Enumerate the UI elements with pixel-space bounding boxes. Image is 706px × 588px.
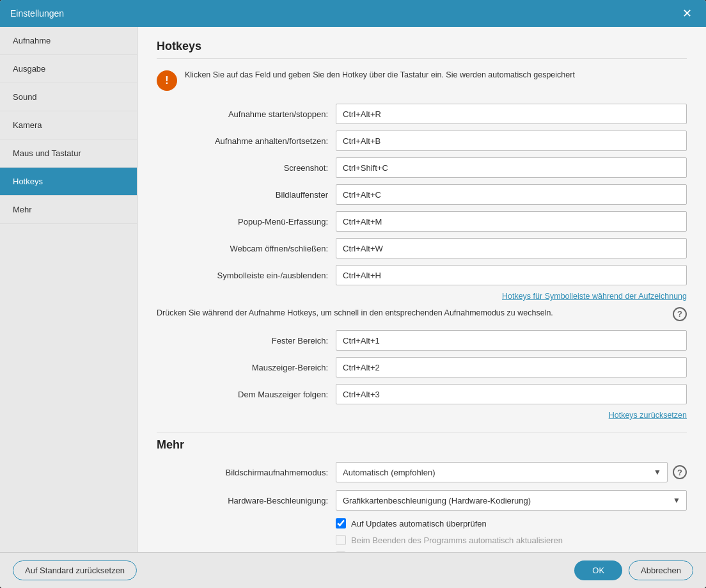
- hotkey-input-follow-mouse[interactable]: [336, 384, 687, 404]
- checkbox-updates-label: Auf Updates automatisch überprüfen: [351, 519, 487, 528]
- mehr-title: Mehr: [157, 433, 687, 452]
- cancel-button[interactable]: Abbrechen: [629, 560, 693, 580]
- info-box: ! Klicken Sie auf das Feld und geben Sie…: [157, 69, 687, 91]
- help-icon[interactable]: ?: [673, 307, 687, 321]
- reset-hotkeys-link[interactable]: Hotkeys zurücksetzen: [157, 411, 687, 420]
- hotkey-input-mouse-area[interactable]: [336, 357, 687, 377]
- sidebar: Aufnahme Ausgabe Sound Kamera Maus und T…: [0, 27, 137, 552]
- hotkey-label-fixed: Fester Bereich:: [157, 336, 336, 346]
- ok-button[interactable]: OK: [574, 560, 622, 580]
- hotkey-label-webcam: Webcam öffnen/schließen:: [157, 244, 336, 253]
- footer: Auf Standard zurücksetzen OK Abbrechen: [0, 552, 706, 588]
- hotkey-row-start-stop: Aufnahme starten/stoppen:: [157, 104, 687, 124]
- hotkey-input-scroll[interactable]: [336, 184, 687, 205]
- hardware-row: Hardware-Beschleunigung: Grafikkartenbes…: [157, 490, 687, 511]
- checkbox-auto-update[interactable]: [336, 535, 346, 545]
- title-bar: Einstellungen ✕: [0, 0, 706, 27]
- sidebar-item-aufnahme[interactable]: Aufnahme: [0, 27, 137, 55]
- hotkey-row-toolbar: Symbolleiste ein-/ausblenden:: [157, 265, 687, 285]
- bildschirm-row: Bildschirmaufnahmemodus: Automatisch (em…: [157, 462, 687, 482]
- checkbox-row-auto-update: Beim Beenden des Programms automatisch a…: [157, 535, 687, 545]
- hardware-dropdown-wrap: Grafikkartenbeschleunigung (Hardware-Kod…: [336, 490, 687, 511]
- checkbox-auto-update-label: Beim Beenden des Programms automatisch a…: [351, 536, 563, 545]
- hotkey-row-follow-mouse: Dem Mauszeiger folgen:: [157, 384, 687, 404]
- hotkey-row-popup: Popup-Menü-Erfassung:: [157, 211, 687, 232]
- hotkey-label-toolbar: Symbolleiste ein-/ausblenden:: [157, 271, 336, 280]
- sidebar-item-kamera[interactable]: Kamera: [0, 111, 137, 139]
- hotkey-input-pause[interactable]: [336, 131, 687, 151]
- hardware-dropdown-container: Grafikkartenbeschleunigung (Hardware-Kod…: [336, 490, 687, 511]
- hotkey-row-webcam: Webcam öffnen/schließen:: [157, 238, 687, 258]
- hotkey-row-fixed: Fester Bereich:: [157, 330, 687, 351]
- hardware-dropdown[interactable]: Grafikkartenbeschleunigung (Hardware-Kod…: [336, 490, 687, 511]
- hotkey-input-start-stop[interactable]: [336, 104, 687, 124]
- hotkey-input-fixed[interactable]: [336, 330, 687, 351]
- symbolleiste-link[interactable]: Hotkeys für Symbolleiste während der Auf…: [157, 292, 687, 301]
- sidebar-item-ausgabe[interactable]: Ausgabe: [0, 55, 137, 83]
- bildschirm-dropdown[interactable]: Automatisch (empfohlen) GDI DXGI WGC: [336, 462, 668, 482]
- sidebar-item-mehr[interactable]: Mehr: [0, 196, 137, 224]
- main-content: Hotkeys ! Klicken Sie auf das Feld und g…: [137, 27, 706, 552]
- bildschirm-label: Bildschirmaufnahmemodus:: [157, 468, 336, 477]
- bildschirm-dropdown-wrap: Automatisch (empfohlen) GDI DXGI WGC ▼ ?: [336, 462, 687, 482]
- reset-default-button[interactable]: Auf Standard zurücksetzen: [13, 560, 137, 580]
- checkbox-row-updates: Auf Updates automatisch überprüfen: [157, 518, 687, 528]
- hotkey-input-popup[interactable]: [336, 211, 687, 232]
- hardware-label: Hardware-Beschleunigung:: [157, 496, 336, 505]
- hotkey-row-mouse-area: Mauszeiger-Bereich:: [157, 357, 687, 377]
- hotkey-label-popup: Popup-Menü-Erfassung:: [157, 217, 336, 226]
- info-text: Klicken Sie auf das Feld und geben Sie d…: [185, 69, 575, 81]
- hotkey-label-follow-mouse: Dem Mauszeiger folgen:: [157, 390, 336, 399]
- hotkey-row-pause: Aufnahme anhalten/fortsetzen:: [157, 131, 687, 151]
- hotkey-label-scroll: Bildlauffenster: [157, 190, 336, 200]
- hotkey-input-webcam[interactable]: [336, 238, 687, 258]
- dialog-title: Einstellungen: [10, 8, 64, 19]
- hotkeys-title: Hotkeys: [157, 40, 687, 59]
- close-button[interactable]: ✕: [678, 4, 696, 22]
- sidebar-item-maus[interactable]: Maus und Tastatur: [0, 139, 137, 168]
- hotkey-label-start-stop: Aufnahme starten/stoppen:: [157, 109, 336, 119]
- dialog-body: Aufnahme Ausgabe Sound Kamera Maus und T…: [0, 27, 706, 552]
- hotkey-row-screenshot: Screenshot:: [157, 157, 687, 178]
- checkbox-updates[interactable]: [336, 518, 346, 528]
- sidebar-item-hotkeys[interactable]: Hotkeys: [0, 168, 137, 196]
- hotkey-input-toolbar[interactable]: [336, 265, 687, 285]
- mode-description-wrap: Drücken Sie während der Aufnahme Hotkeys…: [157, 307, 687, 321]
- hotkey-input-screenshot[interactable]: [336, 157, 687, 178]
- settings-dialog: Einstellungen ✕ Aufnahme Ausgabe Sound K…: [0, 0, 706, 588]
- footer-btn-group: OK Abbrechen: [574, 560, 693, 580]
- warning-icon: !: [157, 70, 177, 91]
- hotkey-label-screenshot: Screenshot:: [157, 163, 336, 173]
- hotkey-row-scroll: Bildlauffenster: [157, 184, 687, 205]
- bildschirm-dropdown-container: Automatisch (empfohlen) GDI DXGI WGC ▼: [336, 462, 668, 482]
- sidebar-item-sound[interactable]: Sound: [0, 83, 137, 111]
- hotkey-label-mouse-area: Mauszeiger-Bereich:: [157, 363, 336, 372]
- hotkey-label-pause: Aufnahme anhalten/fortsetzen:: [157, 136, 336, 146]
- bildschirm-help-icon[interactable]: ?: [673, 465, 687, 479]
- mode-description-text: Drücken Sie während der Aufnahme Hotkeys…: [157, 308, 553, 317]
